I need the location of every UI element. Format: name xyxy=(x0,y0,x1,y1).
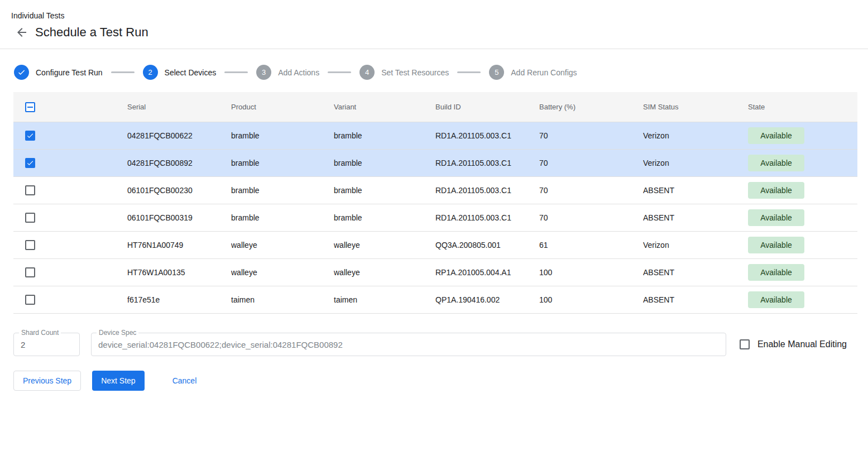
cell-build-id: RD1A.201105.003.C1 xyxy=(435,131,539,140)
cell-variant: bramble xyxy=(334,131,435,140)
cell-variant: bramble xyxy=(334,213,435,222)
arrow-back-icon xyxy=(15,26,28,39)
stepper-step-add-actions[interactable]: 3 Add Actions xyxy=(256,65,319,80)
table-row: f617e51e taimen taimen QP1A.190416.002 1… xyxy=(13,286,857,314)
row-checkbox[interactable] xyxy=(25,267,35,277)
cell-serial: 06101FQCB00230 xyxy=(127,186,231,195)
device-spec-input[interactable] xyxy=(92,340,726,349)
cell-variant: walleye xyxy=(334,268,435,277)
step-connector xyxy=(328,71,351,73)
table-row: HT76W1A00135 walleye walleye RP1A.201005… xyxy=(13,259,857,286)
cell-build-id: QQ3A.200805.001 xyxy=(435,241,539,250)
cell-product: bramble xyxy=(231,159,334,167)
cell-sim-status: Verizon xyxy=(643,131,748,140)
state-badge: Available xyxy=(748,155,804,171)
cell-build-id: RD1A.201105.003.C1 xyxy=(435,159,539,167)
table-row: 06101FQCB00230 bramble bramble RD1A.2011… xyxy=(13,177,857,204)
shard-count-field: Shard Count xyxy=(13,333,80,356)
cell-sim-status: ABSENT xyxy=(643,295,748,304)
back-button[interactable] xyxy=(15,25,29,40)
state-badge: Available xyxy=(748,127,804,144)
step-label: Add Rerun Configs xyxy=(511,68,577,77)
row-checkbox[interactable] xyxy=(25,240,35,250)
cell-sim-status: ABSENT xyxy=(643,213,748,222)
column-header-build-id: Build ID xyxy=(435,103,539,111)
shard-count-input[interactable] xyxy=(14,340,79,349)
cancel-button[interactable]: Cancel xyxy=(164,371,206,391)
enable-manual-editing-label: Enable Manual Editing xyxy=(757,339,847,349)
cell-battery: 70 xyxy=(539,159,643,167)
stepper-step-add-rerun-configs[interactable]: 5 Add Rerun Configs xyxy=(489,65,577,80)
step-connector xyxy=(111,71,135,73)
cell-battery: 70 xyxy=(539,131,643,140)
step-indicator: 3 xyxy=(256,65,271,80)
cell-product: bramble xyxy=(231,131,334,140)
row-checkbox[interactable] xyxy=(25,185,35,195)
cell-serial: 04281FQCB00892 xyxy=(127,159,231,167)
state-badge: Available xyxy=(748,291,804,308)
stepper-step-set-test-resources[interactable]: 4 Set Test Resources xyxy=(359,65,449,80)
cell-serial: 06101FQCB00319 xyxy=(127,213,231,222)
row-checkbox[interactable] xyxy=(25,158,35,168)
row-checkbox[interactable] xyxy=(25,213,35,223)
step-label: Add Actions xyxy=(278,68,319,77)
next-step-button[interactable]: Next Step xyxy=(92,371,144,391)
column-header-sim-status: SIM Status xyxy=(643,103,748,111)
state-badge: Available xyxy=(748,237,804,253)
previous-step-button[interactable]: Previous Step xyxy=(13,371,81,391)
cell-build-id: RD1A.201105.003.C1 xyxy=(435,213,539,222)
cell-variant: bramble xyxy=(334,159,435,167)
stepper-step-configure-test-run[interactable]: 1 Configure Test Run xyxy=(14,65,103,80)
cell-sim-status: Verizon xyxy=(643,241,748,250)
table-row: 06101FQCB00319 bramble bramble RD1A.2011… xyxy=(13,204,857,232)
actions-row: Previous Step Next Step Cancel xyxy=(13,371,855,391)
cell-sim-status: Verizon xyxy=(643,159,748,167)
cell-serial: HT76N1A00749 xyxy=(127,241,231,250)
enable-manual-editing: Enable Manual Editing xyxy=(740,339,847,349)
cell-product: taimen xyxy=(231,295,334,304)
step-indicator: 1 xyxy=(14,65,29,80)
stepper-step-select-devices[interactable]: 2 Select Devices xyxy=(143,65,217,80)
table-row: 04281FQCB00622 bramble bramble RD1A.2011… xyxy=(13,122,857,150)
cell-build-id: RP1A.201005.004.A1 xyxy=(435,268,539,277)
cell-variant: bramble xyxy=(334,186,435,195)
cell-serial: HT76W1A00135 xyxy=(127,268,231,277)
row-checkbox[interactable] xyxy=(25,295,35,305)
state-badge: Available xyxy=(748,264,804,281)
cell-product: walleye xyxy=(231,268,334,277)
cell-battery: 61 xyxy=(539,241,643,250)
cell-serial: f617e51e xyxy=(127,295,231,304)
cell-build-id: RD1A.201105.003.C1 xyxy=(435,186,539,195)
step-indicator: 4 xyxy=(359,65,375,80)
step-connector xyxy=(457,71,481,73)
row-checkbox[interactable] xyxy=(25,131,35,141)
page-header: Individual Tests Schedule a Test Run xyxy=(0,0,868,49)
step-connector xyxy=(224,71,248,73)
check-icon xyxy=(17,68,26,76)
cell-variant: taimen xyxy=(334,295,435,304)
step-indicator: 2 xyxy=(143,65,158,80)
breadcrumb: Individual Tests xyxy=(11,11,855,20)
page-title: Schedule a Test Run xyxy=(35,25,148,40)
column-header-serial: Serial xyxy=(127,103,231,111)
stepper: 1 Configure Test Run 2 Select Devices 3 … xyxy=(0,49,868,92)
step-label: Select Devices xyxy=(165,68,217,77)
device-selection-form: Shard Count Device Spec Enable Manual Ed… xyxy=(13,333,855,356)
cell-product: bramble xyxy=(231,213,334,222)
cell-battery: 100 xyxy=(539,295,643,304)
select-all-checkbox[interactable] xyxy=(25,102,35,112)
column-header-product: Product xyxy=(231,103,334,111)
enable-manual-editing-checkbox[interactable] xyxy=(740,339,750,349)
shard-count-label: Shard Count xyxy=(19,329,61,337)
device-spec-label: Device Spec xyxy=(97,329,138,337)
cell-variant: walleye xyxy=(334,241,435,250)
cell-battery: 100 xyxy=(539,268,643,277)
column-header-variant: Variant xyxy=(334,103,435,111)
cell-sim-status: ABSENT xyxy=(643,268,748,277)
table-header-row: Serial Product Variant Build ID Battery … xyxy=(13,92,857,122)
cell-battery: 70 xyxy=(539,213,643,222)
table-row: 04281FQCB00892 bramble bramble RD1A.2011… xyxy=(13,150,857,177)
cell-product: bramble xyxy=(231,186,334,195)
cell-build-id: QP1A.190416.002 xyxy=(435,295,539,304)
state-badge: Available xyxy=(748,209,804,226)
